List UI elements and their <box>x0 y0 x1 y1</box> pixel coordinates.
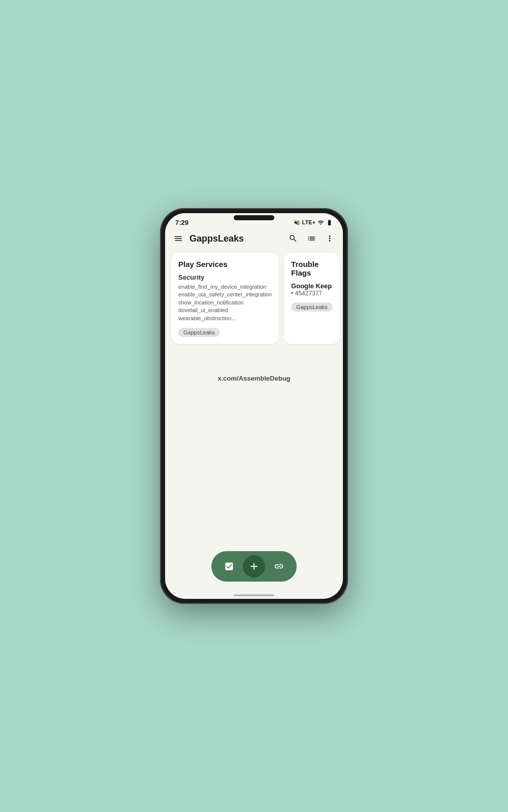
phone-notch <box>234 215 274 220</box>
watermark: x.com/AssembleDebug <box>171 369 337 387</box>
trouble-flags-card[interactable]: Trouble Flags Google Keep • 45427377 Gap… <box>284 253 340 344</box>
more-button[interactable] <box>324 232 336 245</box>
app-title: GappsLeaks <box>189 233 282 244</box>
play-services-title: Play Services <box>178 260 272 268</box>
item-4: dovetail_ui_enabled <box>178 307 228 313</box>
signal-icon <box>318 219 324 226</box>
status-time: 7:29 <box>175 219 188 226</box>
menu-button[interactable] <box>172 232 184 245</box>
search-button[interactable] <box>287 232 299 245</box>
home-indicator <box>165 592 343 599</box>
filter-button[interactable] <box>305 232 318 245</box>
item-3: show_location_notification <box>178 299 243 306</box>
play-services-items: enable_find_my_device_integration enable… <box>178 283 272 322</box>
phone-shell: 7:29 LTE+ GappsLeak <box>160 208 348 604</box>
play-services-section: Security <box>178 274 272 281</box>
item-2: enable_ota_safety_center_integration <box>178 291 272 297</box>
item-5: wearable_obstruction... <box>178 315 236 321</box>
mute-icon <box>294 219 300 226</box>
lte-label: LTE+ <box>302 219 315 225</box>
item-1: enable_find_my_device_integration <box>178 284 266 290</box>
content-area: Play Services Security enable_find_my_de… <box>165 249 343 546</box>
fab-container <box>211 551 297 582</box>
battery-icon <box>326 219 333 226</box>
trouble-flags-tag[interactable]: GappsLeaks <box>291 302 333 312</box>
app-bar-icons <box>287 232 336 245</box>
bottom-bar <box>165 546 343 592</box>
trouble-bullet: • 45427377 <box>291 290 333 297</box>
link-button[interactable] <box>269 557 289 576</box>
trouble-flags-title: Trouble Flags <box>291 260 333 277</box>
home-indicator-bar <box>234 594 274 596</box>
play-services-tag[interactable]: GappsLeaks <box>178 328 220 337</box>
add-button[interactable] <box>243 555 265 578</box>
play-services-card[interactable]: Play Services Security enable_find_my_de… <box>171 253 279 344</box>
app-bar: GappsLeaks <box>165 228 343 249</box>
trouble-app-name: Google Keep <box>291 282 333 290</box>
cards-row: Play Services Security enable_find_my_de… <box>171 253 337 344</box>
phone-screen: 7:29 LTE+ GappsLeak <box>165 213 343 599</box>
status-icons: LTE+ <box>294 219 333 226</box>
checklist-button[interactable] <box>219 557 239 576</box>
